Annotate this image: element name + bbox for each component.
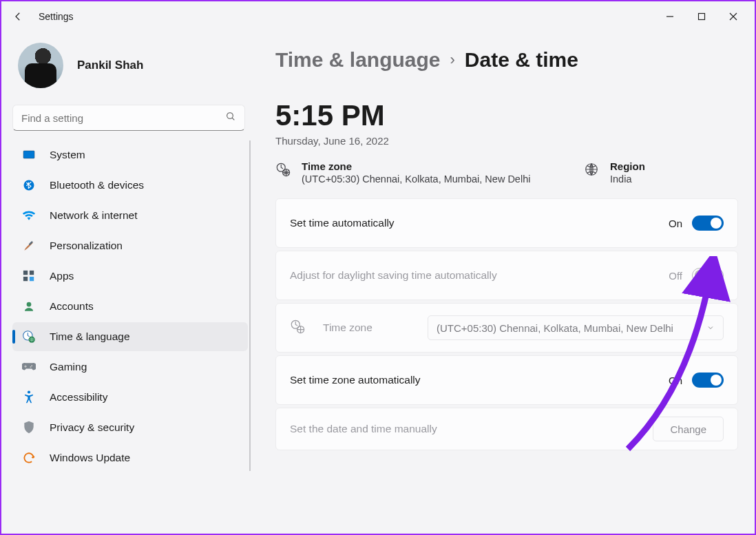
timezone-select: (UTC+05:30) Chennai, Kolkata, Mumbai, Ne… [428,315,724,340]
svg-line-3 [232,118,234,120]
info-row: Time zone (UTC+05:30) Chennai, Kolkata, … [275,160,738,185]
paintbrush-icon [22,239,36,253]
dst-auto-toggle [692,268,724,283]
main-content: Time & language › Date & time 5:15 PM Th… [251,32,755,534]
sidebar-item-label: Accessibility [50,391,107,403]
search-field[interactable] [21,112,225,124]
bluetooth-icon [22,178,36,192]
sidebar-item-system[interactable]: System [12,140,248,169]
svg-point-16 [30,366,32,368]
change-button: Change [653,417,724,441]
sidebar: Pankil Shah System Bluetooth & devices [1,32,251,534]
toggle-state: On [669,218,682,229]
back-button[interactable] [7,6,29,28]
card-set-time-auto: Set time automatically On [275,198,738,248]
svg-point-2 [227,113,233,119]
chevron-right-icon: › [450,51,455,69]
info-heading: Region [610,160,645,172]
titlebar: Settings [1,1,755,32]
avatar [18,43,63,88]
svg-rect-11 [30,277,34,281]
sidebar-item-label: Time & language [50,331,130,343]
maximize-button[interactable] [686,6,717,28]
svg-rect-4 [23,151,34,158]
toggle-state: Off [669,270,682,282]
card-label: Time zone [323,322,372,334]
clock-globe-icon [22,330,36,344]
minimize-button[interactable] [654,6,686,28]
card-label: Set time automatically [290,217,395,229]
breadcrumb: Time & language › Date & time [275,48,738,72]
gamepad-icon [22,360,36,374]
info-value: India [610,174,645,185]
sidebar-item-network[interactable]: Network & internet [12,201,248,230]
info-heading: Time zone [302,160,530,172]
username: Pankil Shah [77,59,143,72]
set-tz-auto-toggle[interactable] [692,373,724,388]
sidebar-item-update[interactable]: Windows Update [12,443,248,472]
search-input[interactable] [12,105,245,131]
wifi-icon [22,209,36,222]
sidebar-item-gaming[interactable]: Gaming [12,353,248,381]
display-icon [22,148,36,162]
svg-point-6 [24,180,34,191]
shield-icon [22,421,36,434]
card-set-tz-auto: Set time zone automatically On [275,355,738,405]
svg-rect-10 [23,277,28,281]
search-icon [225,111,236,125]
sidebar-item-accessibility[interactable]: Accessibility [12,383,248,412]
sidebar-item-label: Windows Update [50,452,130,464]
sidebar-item-label: System [50,149,85,161]
timezone-globe-icon [275,162,291,180]
svg-rect-1 [699,14,705,20]
card-label: Adjust for daylight saving time automati… [290,269,497,282]
current-time: 5:15 PM [275,99,738,132]
page-title: Date & time [465,48,578,72]
window-title: Settings [39,11,74,22]
account-header[interactable]: Pankil Shah [12,32,251,99]
info-value: (UTC+05:30) Chennai, Kolkata, Mumbai, Ne… [302,174,530,185]
info-region[interactable]: Region India [584,160,738,185]
settings-cards: Set time automatically On Adjust for day… [275,198,738,457]
sidebar-item-label: Apps [50,270,74,282]
info-timezone[interactable]: Time zone (UTC+05:30) Chennai, Kolkata, … [275,160,584,185]
chevron-down-icon [706,322,715,334]
card-manual-datetime: Set the date and time manually Change [275,408,738,450]
sidebar-item-personalization[interactable]: Personalization [12,231,248,260]
accessibility-icon [22,390,36,404]
current-date: Thursday, June 16, 2022 [275,135,738,147]
breadcrumb-parent[interactable]: Time & language [275,48,441,72]
sidebar-item-accounts[interactable]: Accounts [12,292,248,321]
sidebar-item-label: Privacy & security [50,421,134,434]
card-label: Set time zone automatically [290,374,421,386]
card-timezone: Time zone (UTC+05:30) Chennai, Kolkata, … [275,303,738,353]
set-time-auto-toggle[interactable] [692,216,724,231]
scrollbar-rail[interactable] [249,140,251,471]
apps-icon [22,269,36,283]
nav-list: System Bluetooth & devices Network & int… [12,140,251,472]
svg-point-12 [27,302,32,307]
svg-rect-8 [23,271,28,275]
toggle-state: On [669,375,682,386]
update-icon [22,451,36,465]
sidebar-item-privacy[interactable]: Privacy & security [12,413,248,442]
sidebar-item-label: Accounts [50,300,94,313]
sidebar-item-bluetooth[interactable]: Bluetooth & devices [12,171,248,200]
svg-point-17 [28,390,30,393]
sidebar-item-apps[interactable]: Apps [12,262,248,291]
select-value: (UTC+05:30) Chennai, Kolkata, Mumbai, Ne… [437,322,673,334]
person-icon [22,300,36,313]
window-controls [654,6,749,28]
sidebar-item-label: Personalization [50,240,123,252]
card-dst-auto: Adjust for daylight saving time automati… [275,251,738,300]
timezone-globe-icon [290,319,306,337]
svg-rect-9 [30,271,34,275]
svg-point-15 [31,365,32,366]
sidebar-item-label: Gaming [50,361,87,373]
sidebar-item-label: Bluetooth & devices [50,179,144,191]
globe-icon [584,162,599,180]
close-button[interactable] [717,6,749,28]
sidebar-item-time-language[interactable]: Time & language [12,322,248,351]
card-label: Set the date and time manually [290,423,437,435]
sidebar-item-label: Network & internet [50,209,138,222]
